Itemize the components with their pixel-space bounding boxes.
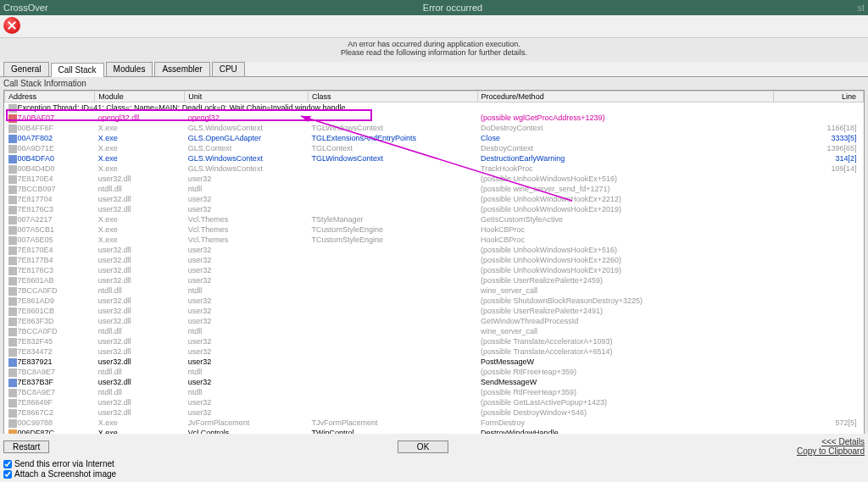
row-icon: [8, 379, 17, 387]
row-icon: [8, 257, 17, 265]
row-icon: [8, 247, 17, 255]
table-row[interactable]: 007A5E05X.exeVcl.ThemesTCustomStyleEngin…: [5, 235, 864, 245]
row-icon: [8, 125, 17, 133]
table-row[interactable]: 7E837921user32.dlluser32PostMessageW: [5, 357, 864, 367]
table-row[interactable]: 7E861AD9user32.dlluser32(possible Shutdo…: [5, 296, 864, 306]
tab-callstack[interactable]: Call Stack: [51, 63, 104, 77]
table-header: Address Module Unit Class Procedure/Meth…: [5, 91, 864, 102]
table-row[interactable]: 7E8177B4user32.dlluser32(possible Unhook…: [5, 255, 864, 265]
table-row[interactable]: 7E8170E4user32.dlluser32(possible Unhook…: [5, 245, 864, 255]
col-module[interactable]: Module: [95, 91, 185, 102]
table-row[interactable]: 7E8667C2user32.dlluser32(possible Destro…: [5, 407, 864, 418]
table-row[interactable]: 7E8176C3user32.dlluser32(possible Unhook…: [5, 265, 864, 275]
callstack-table-wrap[interactable]: Address Module Unit Class Procedure/Meth…: [3, 90, 865, 471]
table-row[interactable]: 7E837B3Fuser32.dlluser32SendMessageW: [5, 377, 864, 387]
table-row[interactable]: 7BCCB097ntdll.dllntdll(possible wine_ser…: [5, 184, 864, 194]
tab-cpu[interactable]: CPU: [212, 62, 245, 76]
row-icon: [8, 399, 17, 407]
row-icon: [8, 338, 17, 346]
thread-header-text: Exception Thread: ID=41; Class=; Name=MA…: [18, 103, 346, 112]
row-icon: [8, 348, 17, 357]
tab-general[interactable]: General: [3, 62, 49, 76]
col-line[interactable]: Line: [773, 91, 863, 102]
copy-link[interactable]: Copy to Clipboard: [797, 446, 865, 456]
send-error-check[interactable]: Send this error via Internet: [3, 459, 865, 468]
section-title: Call Stack Information: [0, 77, 868, 90]
row-icon: [8, 165, 17, 174]
row-icon: [8, 175, 17, 184]
row-icon: [8, 145, 17, 153]
table-row[interactable]: 00A9D71EX.exeGLS.ContextTGLContextDestro…: [5, 143, 864, 153]
row-icon: [8, 318, 17, 326]
ok-button[interactable]: OK: [398, 440, 448, 453]
table-row[interactable]: 7E817704user32.dlluser32(possible Unhook…: [5, 194, 864, 204]
tab-assembler[interactable]: Assembler: [154, 62, 209, 76]
row-icon: [8, 206, 17, 214]
titlebar-title: Error occurred: [48, 3, 858, 13]
table-row[interactable]: 007A5CB1X.exeVcl.ThemesTCustomStyleEngin…: [5, 224, 864, 235]
row-icon: [8, 419, 17, 428]
details-link[interactable]: <<< Details: [797, 437, 865, 446]
table-row[interactable]: 7E834472user32.dlluser32(possible Transl…: [5, 346, 864, 357]
table-row[interactable]: 00C99788X.exeJvFormPlacementTJvFormPlace…: [5, 418, 864, 428]
row-icon: [8, 114, 17, 123]
row-icon: [8, 155, 17, 163]
attach-screenshot-checkbox[interactable]: [3, 470, 12, 479]
col-procedure[interactable]: Procedure/Method: [477, 91, 773, 102]
thread-header-row[interactable]: Exception Thread: ID=41; Class=; Name=MA…: [5, 102, 864, 114]
icon-row: [0, 15, 868, 38]
tabs: General Call Stack Modules Assembler CPU: [0, 62, 868, 77]
error-line1: An error has occurred during application…: [0, 40, 868, 48]
table-row[interactable]: 00A7F802X.exeGLS.OpenGLAdapterTGLExtensi…: [5, 133, 864, 143]
callstack-table: Address Module Unit Class Procedure/Meth…: [4, 91, 864, 471]
table-row[interactable]: 00B4FF6FX.exeGLS.WindowsContextTGLWindow…: [5, 123, 864, 133]
thread-icon: [8, 104, 17, 113]
col-unit[interactable]: Unit: [185, 91, 309, 102]
table-row[interactable]: 7BCCA0FDntdll.dllntdllwine_server_call: [5, 285, 864, 296]
titlebar: CrossOver Error occurred st: [0, 0, 868, 15]
row-icon: [8, 409, 17, 418]
row-icon: [8, 216, 17, 224]
table-row[interactable]: 7E863F3Duser32.dlluser32GetWindowThreadP…: [5, 316, 864, 326]
table-row[interactable]: 7E86649Fuser32.dlluser32(possible GetLas…: [5, 397, 864, 407]
table-row[interactable]: 00B4DFA0X.exeGLS.WindowsContextTGLWindow…: [5, 153, 864, 163]
table-row[interactable]: 7E832F45user32.dlluser32(possible Transl…: [5, 336, 864, 346]
table-row[interactable]: 007A2217X.exeVcl.ThemesTStyleManagerGetI…: [5, 214, 864, 224]
tab-modules[interactable]: Modules: [106, 62, 153, 76]
error-line2: Please read the following information fo…: [0, 48, 868, 57]
table-row[interactable]: 7BC8A9E7ntdll.dllntdll(possible RtlFreeH…: [5, 387, 864, 397]
col-class[interactable]: Class: [309, 91, 478, 102]
row-icon: [8, 307, 17, 316]
row-icon: [8, 368, 17, 377]
table-row[interactable]: 7E8601ABuser32.dlluser32(possible UserRe…: [5, 275, 864, 285]
row-icon: [8, 358, 17, 367]
row-icon: [8, 267, 17, 275]
row-icon: [8, 186, 17, 194]
row-icon: [8, 196, 17, 204]
row-icon: [8, 236, 17, 245]
col-address[interactable]: Address: [5, 91, 95, 102]
row-icon: [8, 277, 17, 285]
table-row[interactable]: 7BC8A9E7ntdll.dllntdll(possible RtlFreeH…: [5, 367, 864, 377]
footer: Restart OK <<< Details Copy to Clipboard…: [0, 434, 868, 482]
error-icon: [3, 17, 20, 34]
titlebar-app: CrossOver: [3, 3, 48, 13]
restart-button[interactable]: Restart: [3, 440, 49, 453]
send-error-checkbox[interactable]: [3, 460, 12, 468]
table-row[interactable]: 7A0BAF07opengl32.dllopengl32(possible wg…: [5, 113, 864, 123]
table-row[interactable]: 7E8170E4user32.dlluser32(possible Unhook…: [5, 174, 864, 184]
row-icon: [8, 135, 17, 143]
row-icon: [8, 389, 17, 397]
table-row[interactable]: 00B4D4D0X.exeGLS.WindowsContextTrackHook…: [5, 163, 864, 174]
row-icon: [8, 297, 17, 306]
row-icon: [8, 226, 17, 235]
table-row[interactable]: 7E8601CBuser32.dlluser32(possible UserRe…: [5, 306, 864, 316]
error-message: An error has occurred during application…: [0, 38, 868, 62]
table-row[interactable]: 7BCCA0FDntdll.dllntdllwine_server_call: [5, 326, 864, 336]
table-row[interactable]: 7E8176C3user32.dlluser32(possible Unhook…: [5, 204, 864, 214]
row-icon: [8, 287, 17, 296]
row-icon: [8, 328, 17, 336]
titlebar-right: st: [857, 3, 865, 13]
attach-screenshot-check[interactable]: Attach a Screenshot image: [3, 469, 865, 479]
